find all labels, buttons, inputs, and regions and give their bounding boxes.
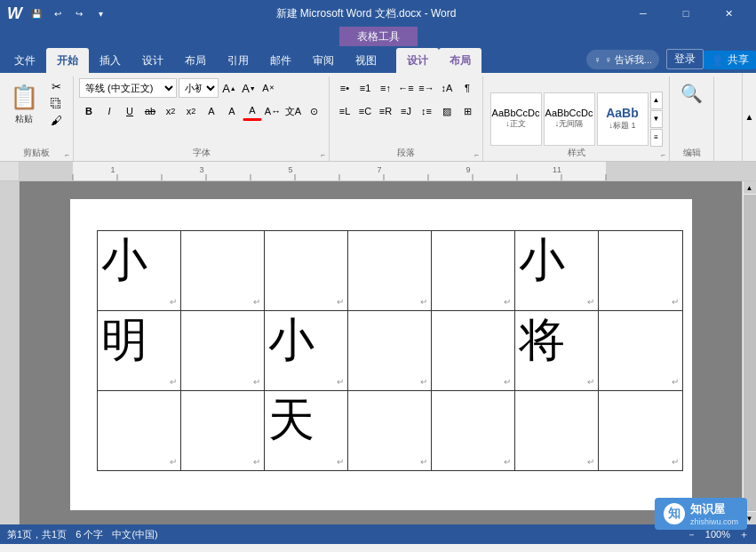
table-cell-2-4[interactable]: ↵ — [432, 391, 515, 471]
align-left-button[interactable]: ≡L — [335, 101, 354, 121]
table-cell-0-2[interactable]: ↵ — [264, 231, 347, 311]
shading-button[interactable]: ▨ — [437, 101, 457, 121]
line-spacing-button[interactable]: ↕≡ — [417, 101, 436, 121]
char-spacing-button[interactable]: A↔ — [263, 101, 283, 121]
text-effects-button[interactable]: A — [202, 101, 221, 121]
ribbon-collapse-button[interactable]: ▲ — [742, 73, 756, 161]
enclose-button[interactable]: ⊙ — [304, 101, 323, 121]
tab-insert[interactable]: 插入 — [89, 48, 131, 73]
table-tools-label: 表格工具 — [339, 27, 418, 46]
tab-review[interactable]: 审阅 — [302, 48, 345, 73]
table-cell-1-6[interactable]: ↵ — [599, 311, 682, 391]
table-cell-1-5[interactable]: 将↵ — [515, 311, 599, 391]
text-highlight-button[interactable]: A — [222, 101, 242, 121]
table-cell-2-3[interactable]: ↵ — [347, 391, 431, 471]
borders-button[interactable]: ⊞ — [458, 101, 477, 121]
restore-button[interactable]: □ — [665, 0, 706, 27]
table-cell-0-5[interactable]: 小↵ — [515, 231, 599, 311]
table-cell-2-1[interactable]: ↵ — [180, 391, 264, 471]
styles-more-button[interactable]: ≡ — [650, 129, 663, 147]
paste-button[interactable]: 📋 粘贴 — [5, 78, 43, 130]
tab-table-layout[interactable]: 布局 — [439, 48, 481, 73]
clipboard-expand-icon[interactable]: ⌐ — [65, 151, 69, 159]
copy-button[interactable]: ⿻ — [44, 95, 68, 111]
font-size-select[interactable]: 小初 — [179, 78, 219, 98]
clear-format-button[interactable]: A✕ — [259, 79, 277, 97]
tab-view[interactable]: 视图 — [345, 48, 387, 73]
table-cell-1-1[interactable]: ↵ — [180, 311, 264, 391]
table-cell-1-0[interactable]: 明↵ — [97, 311, 180, 391]
format-painter-button[interactable]: 🖌 — [44, 112, 68, 128]
table-cell-0-1[interactable]: ↵ — [180, 231, 264, 311]
table-cell-2-0[interactable]: ↵ — [97, 391, 180, 471]
sort-button[interactable]: ↕A — [437, 78, 457, 98]
more-quick-access-button[interactable]: ▾ — [92, 4, 109, 22]
cell-paragraph-mark: ↵ — [253, 377, 260, 387]
bold-button[interactable]: B — [79, 101, 99, 121]
phonetic-button[interactable]: 文A — [283, 101, 303, 121]
font-name-select[interactable]: 等线 (中文正文) — [79, 78, 177, 98]
font-shrink-button[interactable]: A▼ — [240, 79, 258, 97]
cell-paragraph-mark: ↵ — [253, 457, 260, 467]
show-marks-button[interactable]: ¶ — [458, 78, 477, 98]
format-painter-icon: 🖌 — [51, 114, 62, 127]
align-right-button[interactable]: ≡R — [376, 101, 395, 121]
font-color-button[interactable]: A — [243, 101, 262, 121]
vertical-scrollbar[interactable]: ▲ ▼ — [742, 181, 756, 524]
font-grow-button[interactable]: A▲ — [220, 79, 238, 97]
table-cell-0-3[interactable]: ↵ — [347, 231, 431, 311]
table-cell-2-6[interactable]: ↵ — [599, 391, 682, 471]
close-button[interactable]: ✕ — [708, 0, 749, 27]
increase-indent-button[interactable]: ≡→ — [417, 78, 436, 98]
scroll-up-button[interactable]: ▲ — [744, 181, 756, 194]
superscript-button[interactable]: x2 — [181, 101, 201, 121]
subscript-button[interactable]: x2 — [161, 101, 180, 121]
table-cell-1-2[interactable]: 小↵ — [264, 311, 347, 391]
decrease-indent-button[interactable]: ←≡ — [396, 78, 416, 98]
table-cell-1-3[interactable]: ↵ — [347, 311, 431, 391]
style-heading1[interactable]: AaBb ↓标题 1 — [597, 92, 649, 146]
tab-mailings[interactable]: 邮件 — [259, 48, 302, 73]
scroll-thumb[interactable] — [744, 195, 756, 511]
styles-scroll-down[interactable]: ▼ — [650, 110, 663, 128]
save-button[interactable]: 💾 — [28, 4, 45, 22]
table-cell-2-2[interactable]: 天↵ — [264, 391, 347, 471]
numbering-button[interactable]: ≡1 — [355, 78, 375, 98]
cut-button[interactable]: ✂ — [44, 78, 68, 94]
style-normal[interactable]: AaBbCcDc ↓正文 — [490, 92, 542, 146]
style-no-spacing[interactable]: AaBbCcDc ↓无间隔 — [544, 92, 595, 146]
cell-paragraph-mark: ↵ — [672, 297, 679, 307]
share-button[interactable]: 👤 共享 — [704, 51, 756, 69]
redo-button[interactable]: ↪ — [70, 4, 88, 22]
italic-button[interactable]: I — [99, 101, 119, 121]
underline-button[interactable]: U — [120, 101, 139, 121]
search-button[interactable]: 🔍 — [677, 78, 707, 108]
justify-button[interactable]: ≡J — [396, 101, 416, 121]
table-cell-0-4[interactable]: ↵ — [432, 231, 515, 311]
undo-button[interactable]: ↩ — [49, 4, 67, 22]
tab-home[interactable]: 开始 — [46, 48, 89, 73]
table-cell-0-0[interactable]: 小↵ — [97, 231, 180, 311]
minimize-button[interactable]: ─ — [623, 0, 664, 27]
tab-design[interactable]: 设计 — [131, 48, 174, 73]
font-expand-icon[interactable]: ⌐ — [321, 151, 325, 159]
multilevel-button[interactable]: ≡↑ — [376, 78, 395, 98]
ruler: 1 3 5 7 9 11 — [0, 162, 756, 181]
tab-layout[interactable]: 布局 — [174, 48, 217, 73]
tab-file[interactable]: 文件 — [4, 48, 46, 73]
table-cell-1-4[interactable]: ↵ — [432, 311, 515, 391]
align-center-button[interactable]: ≡C — [355, 101, 375, 121]
strikethrough-button[interactable]: ab — [140, 101, 160, 121]
cell-paragraph-mark: ↵ — [672, 377, 679, 387]
document-table: 小↵↵↵↵↵小↵↵明↵↵小↵↵↵将↵↵↵↵天↵↵↵↵↵ — [97, 230, 683, 471]
table-cell-2-5[interactable]: ↵ — [515, 391, 599, 471]
paragraph-expand-icon[interactable]: ⌐ — [474, 151, 479, 159]
bullets-button[interactable]: ≡• — [335, 78, 354, 98]
tab-table-design[interactable]: 设计 — [396, 48, 439, 73]
styles-expand-icon[interactable]: ⌐ — [661, 151, 665, 159]
table-cell-0-6[interactable]: ↵ — [599, 231, 682, 311]
login-button[interactable]: 登录 — [666, 49, 704, 69]
tab-references[interactable]: 引用 — [217, 48, 259, 73]
styles-scroll-up[interactable]: ▲ — [650, 92, 663, 109]
tell-me-input[interactable]: ♀ ♀ 告诉我... — [586, 50, 659, 69]
